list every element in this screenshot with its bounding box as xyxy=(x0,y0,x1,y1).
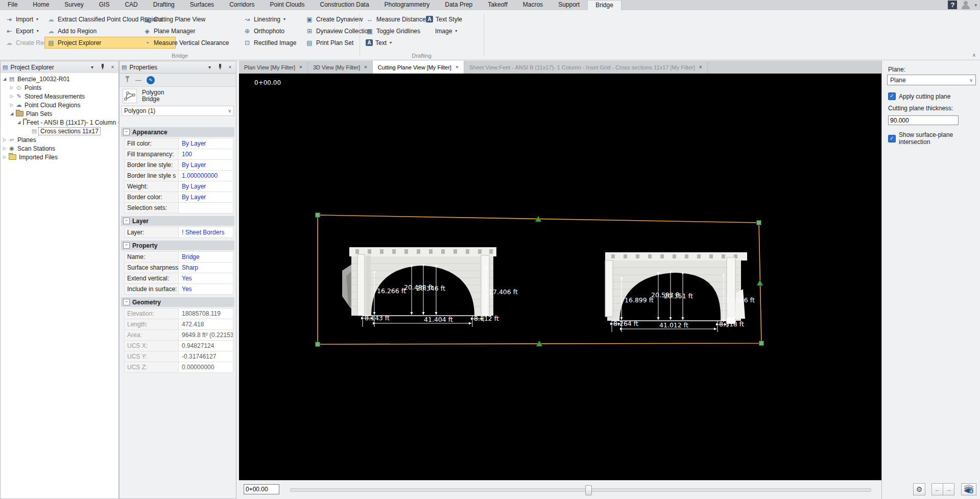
section-header-layer[interactable]: − Layer xyxy=(121,216,234,226)
chevron-down-icon[interactable]: ▾ xyxy=(974,3,977,8)
section-header-geometry[interactable]: − Geometry xyxy=(121,297,234,307)
close-tab-icon[interactable]: × xyxy=(456,64,459,70)
measure-distance-button[interactable]: ↔ Measure Distance ▾ xyxy=(364,14,424,25)
export-button[interactable]: ⇤ Export ▾ xyxy=(3,26,47,36)
cutting-plane-viewport[interactable]: 0+00.00 xyxy=(239,74,881,481)
tree-item-stored-measurements[interactable]: ▷ ✎ Stored Measurements xyxy=(1,92,118,101)
apply-cutting-plane-checkbox[interactable]: ✓ xyxy=(888,92,896,100)
menu-tab-surfaces[interactable]: Surfaces xyxy=(182,0,222,10)
close-panel-button[interactable]: × xyxy=(109,64,116,70)
station-input[interactable] xyxy=(244,484,279,494)
previous-station-button[interactable]: ← xyxy=(931,483,943,495)
tree-item-planes[interactable]: ▷ ▱ Planes xyxy=(1,135,118,144)
expander-icon[interactable]: ◢ xyxy=(9,111,15,116)
edit-icon[interactable]: ✎ xyxy=(147,76,155,84)
close-tab-icon[interactable]: × xyxy=(299,64,302,70)
text-button[interactable]: A Text ▾ xyxy=(364,37,424,48)
tree-item-scan-stations[interactable]: ▷ ◉ Scan Stations xyxy=(1,144,118,153)
expander-icon[interactable]: ▷ xyxy=(9,103,15,107)
expander-icon[interactable]: ▷ xyxy=(2,146,8,151)
menu-tab-file[interactable]: File xyxy=(0,0,25,10)
menu-tab-macros[interactable]: Macros xyxy=(515,0,551,10)
collapse-ribbon-button[interactable]: ∧ xyxy=(972,52,976,58)
pin-selection-icon[interactable] xyxy=(125,76,130,84)
panel-menu-button[interactable]: ▾ xyxy=(206,64,213,70)
view-tab-cutting-plane[interactable]: Cutting Plane View [My Filter] × xyxy=(373,61,464,74)
selection-handle-right-middle[interactable] xyxy=(757,280,763,286)
help-button[interactable]: ? xyxy=(948,1,957,9)
close-tab-icon[interactable]: × xyxy=(364,64,367,70)
menu-tab-support[interactable]: Support xyxy=(551,0,587,10)
collapse-section-icon[interactable]: − xyxy=(123,129,130,135)
panel-menu-button[interactable]: ▾ xyxy=(88,64,96,70)
print-plan-set-button[interactable]: ▤ Print Plan Set xyxy=(303,37,360,48)
tree-item-plan-sets[interactable]: ◢ Plan Sets xyxy=(1,109,118,118)
user-account-button[interactable] xyxy=(960,1,971,9)
menu-tab-home[interactable]: Home xyxy=(25,0,57,10)
import-button[interactable]: ⇥ Import ▾ xyxy=(3,14,47,25)
plane-manager-button[interactable]: ◈ Plane Manager xyxy=(141,26,243,36)
close-panel-button[interactable]: × xyxy=(226,64,234,70)
image-button[interactable]: Image ▾ xyxy=(424,26,481,36)
collapse-section-icon[interactable]: − xyxy=(123,242,130,249)
station-slider-track[interactable] xyxy=(290,488,871,492)
cutting-plane-thickness-input[interactable] xyxy=(888,115,959,125)
viewport-canvas[interactable]: 0+00.00 xyxy=(239,74,881,481)
expander-icon[interactable]: ▷ xyxy=(2,137,8,142)
expander-icon[interactable]: ◢ xyxy=(16,120,22,125)
menu-tab-cad[interactable]: CAD xyxy=(117,0,145,10)
menu-tab-bridge[interactable]: Bridge xyxy=(587,0,622,10)
close-tab-icon[interactable]: × xyxy=(699,64,702,70)
next-station-button[interactable]: → xyxy=(943,483,954,495)
collapse-section-icon[interactable]: − xyxy=(123,218,130,224)
measure-vertical-clearance-button[interactable]: ◔ Measure Vertical Clearance xyxy=(141,37,243,48)
expander-icon[interactable]: ▷ xyxy=(9,94,15,99)
menu-tab-gis[interactable]: GIS xyxy=(91,0,117,10)
tree-item-project-root[interactable]: ◢ ▤ Benzie_10032-R01 xyxy=(1,75,118,83)
show-intersection-checkbox[interactable]: ✓ xyxy=(888,135,896,142)
selection-handle-bottom-right[interactable] xyxy=(759,341,764,346)
section-header-appearance[interactable]: − Appearance xyxy=(121,127,234,137)
object-selector-dropdown[interactable]: Polygon (1) ∨ xyxy=(122,106,234,116)
section-header-property[interactable]: − Property xyxy=(121,241,234,250)
menu-tab-survey[interactable]: Survey xyxy=(57,0,91,10)
linestring-button[interactable]: ↝ Linestring ▾ xyxy=(241,14,303,25)
menu-tab-photogrammetry[interactable]: Photogrammetry xyxy=(377,0,438,10)
dynaview-collection-button[interactable]: ⊞ Dynaview Collection xyxy=(303,26,360,36)
pin-icon[interactable] xyxy=(99,64,106,70)
menu-tab-corridors[interactable]: Corridors xyxy=(222,0,262,10)
view-tab-sheet[interactable]: Sheet View:Feet - ANSI B (11x17)- 1 Colu… xyxy=(464,61,708,74)
create-dynaview-button[interactable]: ▣ Create Dynaview xyxy=(303,14,360,25)
menu-tab-drafting[interactable]: Drafting xyxy=(146,0,182,10)
minimize-icon[interactable]: — xyxy=(135,77,141,84)
view-tab-plan[interactable]: Plan View [My Filter] × xyxy=(239,61,308,74)
point-cloud-icon: ☁ xyxy=(15,102,23,108)
pin-icon[interactable] xyxy=(216,64,224,70)
tree-item-imported-files[interactable]: ▷ Imported Files xyxy=(1,153,118,161)
menu-tab-construction-data[interactable]: Construction Data xyxy=(313,0,377,10)
plane-select[interactable]: Plane ∨ xyxy=(887,75,976,85)
expander-icon[interactable]: ▷ xyxy=(2,155,8,159)
tree-item-point-cloud-regions[interactable]: ▷ ☁ Point Cloud Regions xyxy=(1,101,118,109)
orthophoto-button[interactable]: ⊕ Orthophoto xyxy=(241,26,303,36)
expander-icon[interactable]: ▷ xyxy=(9,85,15,90)
cutting-plane-view-button[interactable]: ◪ Cutting Plane View xyxy=(141,14,243,25)
view-tab-3d[interactable]: 3D View [My Filter] × xyxy=(308,61,373,74)
create-plane-set-button[interactable] xyxy=(961,483,976,495)
selection-handle-bottom-left[interactable] xyxy=(316,342,320,347)
viewport-settings-button[interactable]: ⚙ xyxy=(913,483,925,495)
menu-tab-point-clouds[interactable]: Point Clouds xyxy=(262,0,312,10)
menu-tab-data-prep[interactable]: Data Prep xyxy=(437,0,480,10)
tree-item-points[interactable]: ▷ ◇ Points xyxy=(1,83,118,92)
selection-handle-top-left[interactable] xyxy=(316,213,320,218)
toggle-gridlines-button[interactable]: ▦ Toggle Gridlines xyxy=(364,26,424,36)
expander-icon[interactable]: ◢ xyxy=(2,77,8,81)
tree-item-plan-set-feet-ansi-b[interactable]: ◢ Feet - ANSI B (11x17)- 1 Column -... xyxy=(1,118,118,127)
selection-handle-top-right[interactable] xyxy=(757,221,761,225)
station-slider-thumb[interactable] xyxy=(585,485,592,495)
text-style-button[interactable]: A Text Style xyxy=(424,14,481,25)
collapse-section-icon[interactable]: − xyxy=(123,299,130,305)
menu-tab-takeoff[interactable]: Takeoff xyxy=(480,0,515,10)
tree-item-cross-sections[interactable]: ▤ Cross sections 11x17 xyxy=(1,127,118,135)
rectified-image-button[interactable]: ⊡ Rectified Image xyxy=(241,37,303,48)
